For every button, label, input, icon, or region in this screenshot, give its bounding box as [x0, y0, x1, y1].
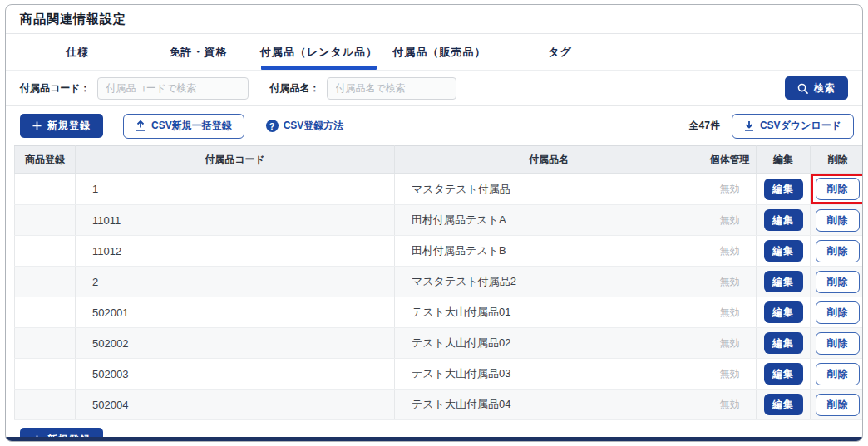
cell-accessory-name: テスト大山付属品02 — [395, 328, 703, 359]
cell-individual-management: 無効 — [703, 390, 757, 420]
plus-icon — [32, 121, 42, 130]
cell-accessory-code: 502002 — [76, 328, 395, 359]
csv-help-label: CSV登録方法 — [284, 119, 344, 133]
cell-product-registration — [15, 205, 76, 236]
cell-delete: 削除 — [811, 359, 864, 390]
header-individual-management: 個体管理 — [703, 146, 757, 174]
help-icon: ? — [266, 120, 279, 132]
table-row: 502001 テスト大山付属品01 無効 編集 削除 — [15, 297, 864, 328]
status-text: 無効 — [720, 245, 740, 257]
cell-edit: 編集 — [757, 205, 811, 236]
accessory-code-label: 付属品コード： — [20, 81, 91, 96]
edit-button[interactable]: 編集 — [764, 209, 803, 231]
cell-individual-management: 無効 — [703, 267, 757, 297]
edit-button[interactable]: 編集 — [764, 240, 803, 262]
cell-accessory-code: 11012 — [76, 236, 395, 267]
delete-button[interactable]: 削除 — [816, 240, 860, 262]
cell-delete: 削除 — [811, 297, 864, 328]
delete-button[interactable]: 削除 — [816, 271, 860, 293]
new-registration-button[interactable]: 新規登録 — [20, 114, 103, 138]
cell-delete: 削除 — [811, 174, 864, 205]
cell-accessory-code: 11011 — [76, 205, 395, 236]
csv-download-button[interactable]: CSVダウンロード — [732, 114, 854, 139]
cell-accessory-code: 2 — [76, 267, 395, 297]
cell-edit: 編集 — [757, 267, 811, 297]
table-row: 2 マスタテスト付属品2 無効 編集 削除 — [15, 267, 864, 297]
cell-delete: 削除 — [811, 236, 864, 267]
cell-product-registration — [15, 267, 76, 297]
delete-button[interactable]: 削除 — [816, 363, 860, 385]
tab-bar: 仕様 免許・資格 付属品（レンタル品） 付属品（販売品） タグ — [6, 34, 862, 71]
search-row: 付属品コード： 付属品名： 検索 — [6, 71, 862, 106]
accessory-name-label: 付属品名： — [270, 81, 320, 96]
tab-tags[interactable]: タグ — [500, 34, 620, 70]
header-delete: 削除 — [811, 146, 864, 174]
cell-edit: 編集 — [757, 328, 811, 359]
cell-edit: 編集 — [757, 390, 811, 420]
cell-accessory-name: 田村付属品テストA — [395, 205, 703, 236]
cell-delete: 削除 — [811, 205, 864, 236]
cell-product-registration — [15, 328, 76, 359]
cell-accessory-name: テスト大山付属品04 — [395, 390, 703, 420]
cell-product-registration — [15, 236, 76, 267]
toolbar: 新規登録 CSV新規一括登録 ? CSV登録方法 全47件 CSVダウンロード — [6, 106, 862, 145]
tab-specifications[interactable]: 仕様 — [17, 34, 138, 70]
accessory-code-input[interactable] — [97, 77, 249, 100]
download-icon — [744, 120, 754, 131]
edit-button[interactable]: 編集 — [764, 332, 803, 354]
delete-button[interactable]: 削除 — [816, 178, 860, 200]
delete-button[interactable]: 削除 — [816, 332, 860, 355]
cell-product-registration — [15, 390, 76, 420]
accessory-name-input[interactable] — [327, 77, 456, 100]
cell-edit: 編集 — [757, 359, 811, 390]
cell-delete: 削除 — [811, 328, 864, 359]
cell-individual-management: 無効 — [703, 328, 757, 359]
tab-accessories-sales[interactable]: 付属品（販売品） — [379, 34, 500, 70]
status-text: 無効 — [720, 399, 740, 410]
cell-delete: 削除 — [811, 267, 864, 297]
csv-download-label: CSVダウンロード — [760, 119, 841, 133]
cell-edit: 編集 — [757, 174, 811, 205]
new-registration-label: 新規登録 — [47, 119, 91, 133]
cell-accessory-code: 502003 — [76, 359, 395, 390]
cell-accessory-name: 田村付属品テストB — [395, 236, 703, 267]
cell-accessory-name: マスタテスト付属品 — [395, 174, 703, 205]
cell-accessory-code: 1 — [76, 174, 395, 205]
upload-icon — [136, 120, 145, 131]
cell-delete: 削除 — [811, 390, 864, 420]
table-row: 1 マスタテスト付属品 無効 編集 削除 — [15, 174, 864, 205]
edit-button[interactable]: 編集 — [764, 179, 803, 200]
search-icon — [797, 83, 808, 94]
tab-accessories-rental[interactable]: 付属品（レンタル品） — [259, 34, 379, 70]
edit-button[interactable]: 編集 — [764, 363, 803, 385]
edit-button[interactable]: 編集 — [764, 271, 803, 292]
cell-accessory-code: 502001 — [76, 297, 395, 328]
cell-product-registration — [15, 174, 76, 205]
search-button[interactable]: 検索 — [785, 76, 848, 100]
status-text: 無効 — [720, 368, 740, 380]
edit-button[interactable]: 編集 — [764, 301, 803, 323]
header-accessory-code: 付属品コード — [76, 146, 395, 174]
app-window: 商品関連情報設定 仕様 免許・資格 付属品（レンタル品） 付属品（販売品） タグ… — [5, 4, 863, 442]
cell-accessory-name: テスト大山付属品01 — [395, 297, 703, 328]
cell-edit: 編集 — [757, 236, 811, 267]
header-product-registration: 商品登録 — [15, 146, 76, 174]
total-count: 全47件 — [689, 119, 720, 133]
table-row: 502003 テスト大山付属品03 無効 編集 削除 — [15, 359, 864, 390]
csv-bulk-register-label: CSV新規一括登録 — [151, 119, 232, 133]
delete-button[interactable]: 削除 — [816, 301, 860, 324]
table-row: 11012 田村付属品テストB 無効 編集 削除 — [15, 236, 864, 267]
cell-accessory-code: 502004 — [76, 390, 395, 420]
csv-help-link[interactable]: ? CSV登録方法 — [266, 119, 344, 133]
csv-bulk-register-button[interactable]: CSV新規一括登録 — [123, 114, 244, 139]
highlight-annotation-box: 削除 — [811, 174, 863, 204]
edit-button[interactable]: 編集 — [764, 394, 803, 415]
delete-button[interactable]: 削除 — [816, 394, 860, 416]
delete-button[interactable]: 削除 — [816, 209, 860, 232]
cell-accessory-name: テスト大山付属品03 — [395, 359, 703, 390]
page-header: 商品関連情報設定 — [6, 5, 862, 34]
cell-individual-management: 無効 — [703, 205, 757, 236]
tab-license-qualification[interactable]: 免許・資格 — [138, 34, 259, 70]
status-text: 無効 — [720, 276, 740, 287]
status-text: 無効 — [720, 306, 740, 318]
